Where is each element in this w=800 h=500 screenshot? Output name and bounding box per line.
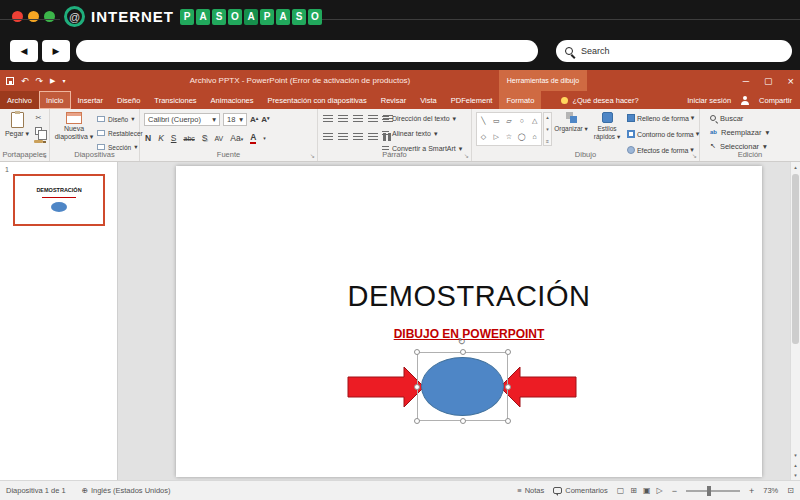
comments-button[interactable]: Comentarios — [553, 486, 608, 495]
reading-view-icon[interactable]: ▣ — [643, 486, 651, 495]
tab-revisar[interactable]: Revisar — [374, 91, 413, 109]
decrease-indent-icon[interactable] — [353, 115, 363, 123]
align-left-icon[interactable] — [323, 133, 333, 141]
underline-button[interactable]: S — [171, 133, 177, 143]
tab-vista[interactable]: Vista — [413, 91, 444, 109]
shape-outline-button[interactable]: Contorno de forma▾ — [627, 126, 699, 142]
search-input[interactable] — [579, 45, 759, 57]
align-right-icon[interactable] — [353, 133, 363, 141]
tab-formato[interactable]: Formato — [499, 91, 541, 109]
strikethrough-button[interactable]: abc — [183, 135, 194, 142]
dialog-launcher-icon[interactable]: ↘ — [310, 152, 315, 159]
resize-handle-w[interactable] — [414, 384, 420, 390]
vertical-scrollbar[interactable]: ▴ ▾ ▴ ▾ — [790, 162, 800, 480]
scroll-down-icon[interactable]: ▾ — [791, 452, 800, 458]
shape-diamond-icon[interactable]: ◇ — [477, 129, 490, 145]
text-direction-button[interactable]: Dirección del texto▾ — [382, 111, 472, 126]
chevron-down-icon[interactable]: ▾ — [263, 135, 266, 141]
address-bar[interactable] — [76, 40, 538, 62]
slide-sorter-view-icon[interactable]: ⊞ — [630, 486, 637, 495]
slideshow-view-icon[interactable]: ▷ — [657, 486, 663, 495]
dialog-launcher-icon[interactable]: ↘ — [464, 152, 469, 159]
scroll-up-icon[interactable]: ▴ — [791, 164, 800, 170]
dialog-launcher-icon[interactable]: ↘ — [42, 152, 47, 159]
close-button[interactable]: × — [788, 75, 794, 87]
shape-home-icon[interactable]: ⌂ — [528, 129, 541, 145]
tab-animaciones[interactable]: Animaciones — [204, 91, 261, 109]
gallery-more-icon[interactable]: ≡ — [546, 138, 549, 144]
tab-transiciones[interactable]: Transiciones — [147, 91, 203, 109]
right-arrow-shape[interactable] — [500, 367, 576, 407]
gallery-down-icon[interactable]: ▾ — [546, 126, 549, 132]
align-text-button[interactable]: Alinear texto▾ — [382, 126, 472, 141]
align-center-icon[interactable] — [338, 133, 348, 141]
redo-icon[interactable]: ↷ — [36, 76, 44, 86]
shape-fill-button[interactable]: Relleno de forma▾ — [627, 110, 699, 126]
resize-handle-n[interactable] — [460, 349, 466, 355]
character-spacing-button[interactable]: AV — [214, 135, 223, 142]
resize-handle-sw[interactable] — [414, 418, 420, 424]
italic-button[interactable]: K — [158, 133, 164, 143]
left-arrow-shape[interactable] — [348, 367, 424, 407]
shape-triangle-icon[interactable]: △ — [528, 113, 541, 129]
shape-oval-icon[interactable]: ○ — [515, 113, 528, 129]
slide-thumbnail[interactable]: DEMOSTRACIÓN — [13, 174, 105, 226]
shape-arrow-icon[interactable]: ▷ — [490, 129, 503, 145]
tab-diseno[interactable]: Diseño — [110, 91, 147, 109]
tab-presentacion[interactable]: Presentación con diapositivas — [261, 91, 374, 109]
quick-styles-button[interactable]: Estilos rápidos ▾ — [589, 112, 625, 141]
arrange-button[interactable]: Organizar ▾ — [554, 112, 588, 133]
shrink-font-button[interactable]: A▾ — [261, 115, 269, 124]
tab-archivo[interactable]: Archivo — [0, 91, 39, 109]
save-icon[interactable] — [6, 77, 14, 85]
scrollbar-thumb[interactable] — [792, 174, 799, 344]
increase-indent-icon[interactable] — [368, 115, 378, 123]
text-shadow-button[interactable]: S — [202, 133, 208, 143]
layout-button[interactable]: Diseño▾ — [97, 112, 139, 126]
normal-view-icon[interactable]: ▢ — [617, 486, 625, 495]
shape-circle-icon[interactable]: ◯ — [515, 129, 528, 145]
font-family-combo[interactable]: Calibri (Cuerpo)▾ — [144, 113, 220, 126]
share-button[interactable]: Compartir — [759, 96, 792, 105]
zoom-in-button[interactable]: + — [749, 486, 754, 496]
sign-in-link[interactable]: Iniciar sesión — [687, 96, 731, 105]
zoom-slider-thumb[interactable] — [707, 486, 711, 496]
numbering-icon[interactable] — [338, 115, 348, 123]
search-box[interactable] — [556, 40, 792, 62]
change-case-button[interactable]: Aa▾ — [230, 133, 243, 143]
justify-icon[interactable] — [368, 133, 378, 141]
shape-line-icon[interactable]: ╲ — [477, 113, 490, 129]
resize-handle-nw[interactable] — [414, 349, 420, 355]
shape-parallelogram-icon[interactable]: ▱ — [503, 113, 516, 129]
shape-rectangle-icon[interactable]: ▭ — [490, 113, 503, 129]
slide[interactable]: DEMOSTRACIÓN DIBUJO EN POWERPOINT ↻ — [176, 166, 762, 477]
resize-handle-s[interactable] — [460, 418, 466, 424]
find-button[interactable]: Buscar — [710, 111, 796, 125]
format-painter-icon[interactable] — [34, 140, 43, 143]
fit-to-window-icon[interactable]: ⊡ — [787, 486, 794, 495]
font-size-combo[interactable]: 18▾ — [223, 113, 247, 126]
copy-icon[interactable] — [35, 127, 42, 135]
oval-shape[interactable] — [421, 357, 504, 416]
forward-button[interactable]: ▶ — [42, 40, 70, 62]
gallery-up-icon[interactable]: ▴ — [546, 114, 549, 120]
back-button[interactable]: ◀ — [10, 40, 38, 62]
resize-handle-ne[interactable] — [505, 349, 511, 355]
new-slide-button[interactable]: Nueva diapositiva ▾ — [52, 112, 96, 142]
resize-handle-se[interactable] — [505, 418, 511, 424]
paste-button[interactable]: Pegar ▾ — [2, 112, 32, 138]
reset-button[interactable]: Restablecer — [97, 126, 139, 140]
restore-button[interactable]: ▢ — [764, 76, 773, 86]
tab-insertar[interactable]: Insertar — [71, 91, 110, 109]
undo-icon[interactable]: ↶ — [21, 76, 29, 86]
shape-star-icon[interactable]: ☆ — [503, 129, 516, 145]
start-slideshow-icon[interactable]: ▶ — [50, 77, 55, 85]
resize-handle-e[interactable] — [505, 384, 511, 390]
shape-selection-box[interactable]: ↻ — [417, 352, 508, 421]
rotate-handle-icon[interactable]: ↻ — [458, 337, 466, 347]
zoom-slider[interactable] — [686, 490, 740, 492]
bold-button[interactable]: N — [145, 133, 151, 143]
dialog-launcher-icon[interactable]: ↘ — [692, 152, 697, 159]
cut-icon[interactable]: ✂ — [36, 114, 42, 122]
zoom-out-button[interactable]: − — [672, 486, 677, 496]
